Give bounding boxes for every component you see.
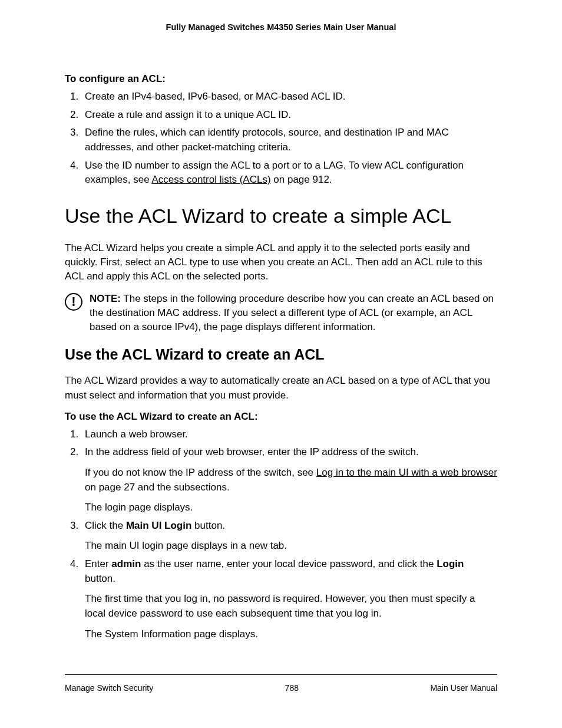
note-block: ! NOTE: The steps in the following proce… (65, 292, 497, 334)
use-wizard-heading: To use the ACL Wizard to create an ACL: (65, 411, 497, 423)
step4-c: button. (85, 573, 115, 584)
document-page: Fully Managed Switches M4350 Series Main… (0, 0, 562, 728)
login-button-label: Login (437, 558, 464, 569)
main-heading: Use the ACL Wizard to create a simple AC… (65, 204, 497, 228)
step2-sub1: If you do not know the IP address of the… (85, 466, 497, 495)
step2-sub1-b: on page 27 and the subsections. (85, 482, 230, 493)
note-icon: ! (65, 293, 82, 311)
footer-row: Manage Switch Security 788 Main User Man… (65, 683, 497, 693)
step4-sub1: The first time that you log in, no passw… (85, 592, 497, 621)
note-body: The steps in the following procedure des… (90, 293, 494, 332)
list-item: Create an IPv4-based, IPv6-based, or MAC… (81, 90, 497, 104)
step3-a: Click the (85, 520, 126, 531)
page-header-title: Fully Managed Switches M4350 Series Main… (65, 22, 497, 32)
admin-label: admin (111, 558, 141, 569)
login-link[interactable]: Log in to the main UI with a web browser (316, 467, 497, 478)
step4-text-b: on page 912. (271, 174, 332, 185)
configure-acl-heading: To configure an ACL: (65, 73, 497, 85)
list-item: Create a rule and assign it to a unique … (81, 108, 497, 123)
footer-page-number: 788 (285, 683, 299, 693)
step4-main: Enter admin as the user name, enter your… (85, 557, 497, 586)
footer-divider (65, 674, 497, 675)
sub-heading: Use the ACL Wizard to create an ACL (65, 346, 497, 363)
note-label: NOTE: (90, 293, 121, 304)
list-item: In the address field of your web browser… (81, 445, 497, 515)
acl-link[interactable]: Access control lists (ACLs) (151, 174, 270, 185)
step4-sub2: The System Information page displays. (85, 627, 497, 642)
step2-sub1-a: If you do not know the IP address of the… (85, 467, 316, 478)
list-item: Click the Main UI Login button. The main… (81, 519, 497, 554)
step2-main: In the address field of your web browser… (85, 445, 497, 460)
step3-main: Click the Main UI Login button. (85, 519, 497, 533)
step3-sub: The main UI login page displays in a new… (85, 539, 497, 554)
intro-paragraph: The ACL Wizard helps you create a simple… (65, 241, 497, 284)
footer-left: Manage Switch Security (65, 683, 153, 693)
page-footer: Manage Switch Security 788 Main User Man… (65, 674, 497, 693)
step4-b: as the user name, enter your local devic… (141, 558, 437, 569)
main-ui-login-label: Main UI Login (126, 520, 191, 531)
step4-a: Enter (85, 558, 111, 569)
list-item: Define the rules, which can identify pro… (81, 126, 497, 154)
list-item: Use the ID number to assign the ACL to a… (81, 159, 497, 187)
note-text: NOTE: The steps in the following procedu… (90, 292, 497, 334)
configure-acl-steps: Create an IPv4-based, IPv6-based, or MAC… (65, 90, 497, 187)
footer-right: Main User Manual (430, 683, 497, 693)
paragraph-2: The ACL Wizard provides a way to automat… (65, 374, 497, 402)
list-item: Enter admin as the user name, enter your… (81, 557, 497, 641)
step2-sub2: The login page displays. (85, 500, 497, 515)
use-wizard-steps: Launch a web browser. In the address fie… (65, 427, 497, 642)
step3-b: button. (191, 520, 225, 531)
list-item: Launch a web browser. (81, 427, 497, 442)
